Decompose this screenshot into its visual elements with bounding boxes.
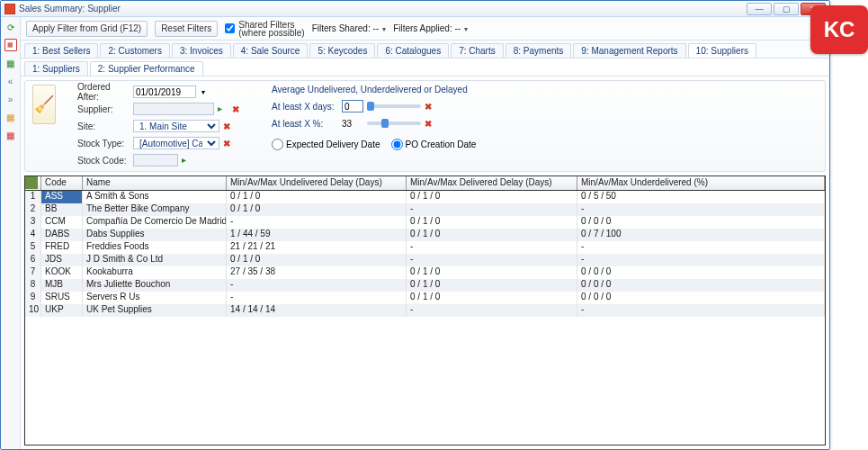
close-panel-icon[interactable]: ▦ xyxy=(4,129,17,141)
rownum: 6 xyxy=(25,254,41,266)
stock-type-select[interactable]: [Automotive] Car Care xyxy=(133,137,219,149)
ordered-after-input[interactable] xyxy=(133,86,196,98)
cell-undelivered: 14 / 14 / 14 xyxy=(227,304,407,317)
tab-1[interactable]: 2: Customers xyxy=(100,43,169,58)
cell-name: Kookaburra xyxy=(83,266,227,279)
x-pct-slider[interactable] xyxy=(367,122,421,125)
col-code[interactable]: Code xyxy=(41,176,83,190)
clear-icon[interactable]: ✖ xyxy=(425,102,432,112)
cell-delivered: 0 / 1 / 0 xyxy=(407,229,577,241)
reset-filters-button[interactable]: Reset Filters xyxy=(155,21,218,37)
cell-delivered: 0 / 1 / 0 xyxy=(407,292,577,304)
data-grid: Code Name Min/Av/Max Undelivered Delay (… xyxy=(24,176,826,446)
table-row[interactable]: 9SRUSServers R Us-0 / 1 / 00 / 0 / 0 xyxy=(25,292,825,304)
grid-body[interactable]: 1ASSA Smith & Sons0 / 1 / 00 / 1 / 00 / … xyxy=(25,191,825,445)
supplier-input[interactable] xyxy=(133,103,214,115)
tab-4[interactable]: 5: Keycodes xyxy=(309,43,375,58)
stock-code-label: Stock Code: xyxy=(77,156,130,166)
lookup-icon[interactable]: ▸ xyxy=(218,104,228,114)
cell-code: JDS xyxy=(41,254,83,266)
table-row[interactable]: 2BBThe Better Bike Company0 / 1 / 0-- xyxy=(25,203,825,216)
cell-delivered: - xyxy=(407,254,577,266)
col-delivered[interactable]: Min/Av/Max Delivered Delay (Days) xyxy=(407,176,577,190)
rownum: 5 xyxy=(25,241,41,254)
cell-pct: - xyxy=(577,254,825,266)
tab-7[interactable]: 8: Payments xyxy=(506,43,572,58)
clear-icon[interactable]: ✖ xyxy=(223,122,230,131)
pdf-icon[interactable]: ▦ xyxy=(4,39,17,51)
x-days-input[interactable] xyxy=(342,100,363,112)
table-row[interactable]: 7KOOKKookaburra27 / 35 / 380 / 1 / 00 / … xyxy=(25,266,825,279)
tab-0[interactable]: 1: Best Sellers xyxy=(24,43,98,58)
stock-code-input[interactable] xyxy=(133,154,178,166)
cell-name: Servers R Us xyxy=(83,292,227,304)
minimize-button[interactable]: — xyxy=(747,3,772,15)
cell-code: ASS xyxy=(41,191,83,203)
cell-delivered: 0 / 1 / 0 xyxy=(407,191,577,203)
subtab-0[interactable]: 1: Suppliers xyxy=(24,61,88,76)
app-icon xyxy=(4,4,15,14)
cell-pct: 0 / 0 / 0 xyxy=(577,266,825,279)
collapse-icon[interactable]: » xyxy=(4,93,17,105)
cell-name: Freddies Foods xyxy=(83,241,227,254)
cell-undelivered: 27 / 35 / 38 xyxy=(227,266,407,279)
cell-code: CCM xyxy=(41,216,83,229)
cell-delivered: - xyxy=(407,203,577,216)
stock-type-label: Stock Type: xyxy=(77,139,130,148)
tab-2[interactable]: 3: Invoices xyxy=(172,43,231,58)
expand-icon[interactable]: « xyxy=(4,75,17,87)
avg-header: Average Undelivered, Underdelivered or D… xyxy=(272,85,476,94)
cell-name: UK Pet Supplies xyxy=(83,304,227,317)
tab-9[interactable]: 10: Suppliers xyxy=(688,43,756,58)
cell-code: MJB xyxy=(41,279,83,292)
cell-delivered: 0 / 1 / 0 xyxy=(407,266,577,279)
cell-name: A Smith & Sons xyxy=(83,191,227,203)
table-row[interactable]: 4DABSDabs Supplies1 / 44 / 590 / 1 / 00 … xyxy=(25,229,825,241)
rownum-header xyxy=(25,176,41,190)
cell-pct: 0 / 0 / 0 xyxy=(577,279,825,292)
col-name[interactable]: Name xyxy=(83,176,227,190)
x-days-label: At least X days: xyxy=(272,102,338,112)
filters-applied-label[interactable]: Filters Applied: -- xyxy=(393,23,468,33)
help-icon[interactable]: ▦ xyxy=(4,111,17,123)
cell-undelivered: - xyxy=(227,292,407,304)
table-row[interactable]: 3CCMCompañía De Comercio De Madrid-0 / 1… xyxy=(25,216,825,229)
col-underdelivered-pct[interactable]: Min/Av/Max Underdelivered (%) xyxy=(577,176,825,190)
tab-5[interactable]: 6: Catalogues xyxy=(377,43,449,58)
cell-pct: 0 / 5 / 50 xyxy=(577,191,825,203)
table-row[interactable]: 5FREDFreddies Foods21 / 21 / 21-- xyxy=(25,241,825,254)
rownum: 8 xyxy=(25,279,41,292)
excel-icon[interactable]: ▦ xyxy=(4,57,17,69)
refresh-icon[interactable]: ⟳ xyxy=(4,21,17,33)
shared-filters-checkbox[interactable]: Shared Filters (where possible) xyxy=(225,21,304,37)
tab-8[interactable]: 9: Management Reports xyxy=(573,43,685,58)
grid-header: Code Name Min/Av/Max Undelivered Delay (… xyxy=(25,176,825,191)
cell-undelivered: 0 / 1 / 0 xyxy=(227,191,407,203)
table-row[interactable]: 8MJBMrs Juliette Bouchon-0 / 1 / 00 / 0 … xyxy=(25,279,825,292)
apply-filter-button[interactable]: Apply Filter from Grid (F12) xyxy=(26,21,148,37)
tab-6[interactable]: 7: Charts xyxy=(451,43,504,58)
app-window: Sales Summary: Supplier — ▢ ✕ ⟳ ▦ ▦ « » … xyxy=(0,0,830,450)
cell-undelivered: - xyxy=(227,279,407,292)
subtab-1[interactable]: 2: Supplier Performance xyxy=(90,61,203,76)
clear-icon[interactable]: ✖ xyxy=(232,104,239,114)
x-days-slider[interactable] xyxy=(367,104,421,108)
col-undelivered[interactable]: Min/Av/Max Undelivered Delay (Days) xyxy=(227,176,407,190)
cell-code: SRUS xyxy=(41,292,83,304)
table-row[interactable]: 6JDSJ D Smith & Co Ltd0 / 1 / 0-- xyxy=(25,254,825,266)
clear-icon[interactable]: ✖ xyxy=(425,119,432,129)
cell-code: DABS xyxy=(41,229,83,241)
maximize-button[interactable]: ▢ xyxy=(774,3,799,15)
clear-icon[interactable]: ✖ xyxy=(223,139,230,148)
filters-shared-label[interactable]: Filters Shared: -- xyxy=(312,23,386,33)
lookup-icon[interactable]: ▸ xyxy=(182,155,192,166)
table-row[interactable]: 1ASSA Smith & Sons0 / 1 / 00 / 1 / 00 / … xyxy=(25,191,825,203)
main-tabs: 1: Best Sellers2: Customers3: Invoices4:… xyxy=(21,40,829,58)
site-select[interactable]: 1. Main Site xyxy=(133,120,219,132)
rownum: 7 xyxy=(25,266,41,279)
tab-3[interactable]: 4: Sale Source xyxy=(233,43,309,58)
po-creation-radio[interactable]: PO Creation Date xyxy=(391,139,477,150)
table-row[interactable]: 10UKPUK Pet Supplies14 / 14 / 14-- xyxy=(25,304,825,317)
rownum: 9 xyxy=(25,292,41,304)
expected-delivery-radio[interactable]: Expected Delivery Date xyxy=(272,139,380,150)
